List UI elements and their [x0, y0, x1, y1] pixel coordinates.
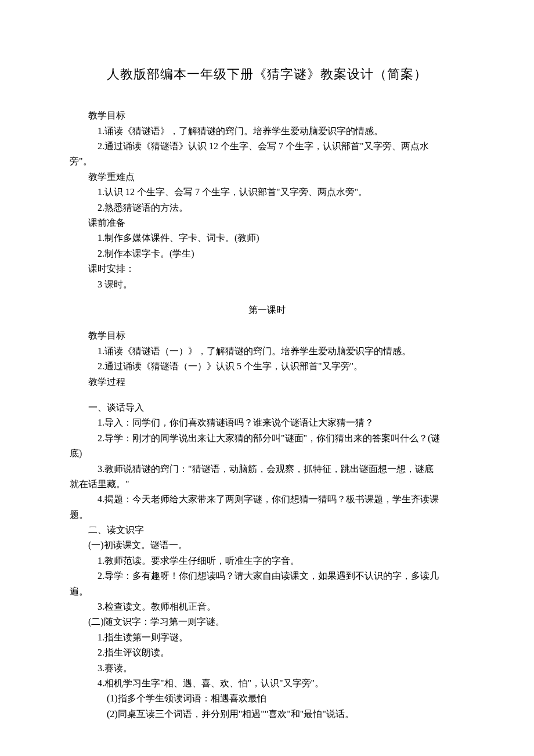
difficulty-item-1: 1.认识 12 个生字、会写 7 个生字，认识部首"又字旁、两点水旁"。: [70, 185, 464, 200]
difficulty-item-2: 2.熟悉猜谜语的方法。: [70, 200, 464, 215]
section-2-sub1-heading: (一)初读课文。谜语一。: [70, 538, 464, 553]
section-2-sub2-heading: (二)随文识字：学习第一则字谜。: [70, 614, 464, 629]
goals-item-2-cont: 旁"。: [70, 154, 464, 169]
goals-item-1: 1.诵读《猜谜语》，了解猜谜的窍门。培养学生爱动脑爱识字的情感。: [70, 124, 464, 139]
lesson-1-goals-item-1: 1.诵读《猜谜语（一）》，了解猜谜的窍门。培养学生爱动脑爱识字的情感。: [70, 344, 464, 359]
section-2-sub1-item-2-cont: 遍。: [70, 584, 464, 599]
prep-heading: 课前准备: [70, 215, 464, 231]
section-1-item-3: 3.教师说猜谜的窍门："猜谜语，动脑筋，会观察，抓特征，跳出谜面想一想，谜底: [70, 462, 464, 477]
schedule-value: 3 课时。: [70, 277, 464, 292]
section-2-heading: 二、读文识字: [70, 523, 464, 538]
schedule-heading: 课时安排：: [70, 261, 464, 276]
section-2-sub2-subitem-1: (1)指多个学生领读词语：相遇喜欢最怕: [70, 691, 464, 706]
section-1-item-4-cont: 题。: [70, 507, 464, 523]
prep-item-1: 1.制作多媒体课件、字卡、词卡。(教师): [70, 231, 464, 246]
section-2-sub1-item-1: 1.教师范读。要求学生仔细听，听准生字的字音。: [70, 553, 464, 568]
section-1-heading: 一、谈话导入: [70, 400, 464, 415]
section-2-sub2-item-3: 3.赛读。: [70, 661, 464, 676]
lesson-1-goals-heading: 教学目标: [70, 328, 464, 343]
difficulty-heading: 教学重难点: [70, 170, 464, 185]
section-2-sub1-item-2: 2.导学：多有趣呀！你们想读吗？请大家自由读课文，如果遇到不认识的字，多读几: [70, 568, 464, 584]
lesson-1-heading: 第一课时: [70, 303, 464, 318]
section-2-sub2-subitem-2: (2)同桌互读三个词语，并分别用"相遇""喜欢"和"最怕"说话。: [70, 707, 464, 722]
section-1-item-2: 2.导学：刚才的同学说出来让大家猜的部分叫"谜面"，你们猜出来的答案叫什么？(谜: [70, 431, 464, 446]
section-1-item-2-cont: 底): [70, 446, 464, 461]
section-1-item-3-cont: 就在话里藏。": [70, 477, 464, 492]
section-1-item-4: 4.揭题：今天老师给大家带来了两则字谜，你们想猜一猜吗？板书课题，学生齐读课: [70, 492, 464, 507]
goals-item-2: 2.通过诵读《猜谜语》认识 12 个生字、会写 7 个生字，认识部首"又字旁、两…: [70, 139, 464, 154]
goals-heading: 教学目标: [70, 108, 464, 123]
section-2-sub1-item-3: 3.检查读文。教师相机正音。: [70, 599, 464, 614]
process-heading: 教学过程: [70, 375, 464, 390]
section-2-sub2-item-4: 4.相机学习生字"相、遇、喜、欢、怕"，认识"又字旁"。: [70, 676, 464, 691]
document-title: 人教版部编本一年级下册《猜字谜》教案设计（简案）: [70, 64, 464, 85]
section-2-sub2-item-2: 2.指生评议朗读。: [70, 645, 464, 660]
lesson-1-goals-item-2: 2.通过诵读《猜谜语（一）》认识 5 个生字，认识部首"又字旁"。: [70, 359, 464, 374]
prep-item-2: 2.制作本课字卡。(学生): [70, 246, 464, 261]
section-1-item-1: 1.导入：同学们，你们喜欢猜谜语吗？谁来说个谜语让大家猜一猜？: [70, 415, 464, 430]
section-2-sub2-item-1: 1.指生读第一则字谜。: [70, 630, 464, 645]
